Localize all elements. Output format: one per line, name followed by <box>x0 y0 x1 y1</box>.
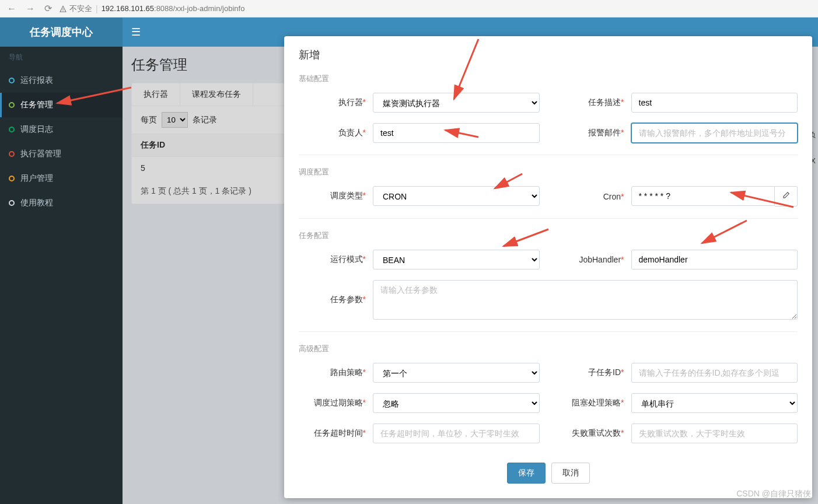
add-job-modal: 新增 基础配置 执行器* 媒资测试执行器 任务描述* 负责人* 报警邮件* <box>284 36 812 498</box>
browser-bar: ← → ⟳ 不安全 | 192.168.101.65:8088/xxl-job-… <box>0 0 818 18</box>
timeout-input[interactable] <box>373 424 540 443</box>
label-glue-type: 运行模式* <box>299 254 366 265</box>
circle-icon <box>9 78 15 83</box>
label-childjob: 子任务ID* <box>557 368 624 378</box>
route-select[interactable]: 第一个 <box>373 363 540 383</box>
sidebar-item-user[interactable]: 用户管理 <box>0 166 123 191</box>
jobhandler-input[interactable] <box>631 250 798 270</box>
modal-title: 新增 <box>299 48 798 62</box>
logo[interactable]: 任务调度中心 <box>0 18 123 47</box>
section-advanced: 高级配置 <box>299 344 798 354</box>
label-cron: Cron* <box>557 192 624 201</box>
sidebar-item-joblog[interactable]: 调度日志 <box>0 117 123 142</box>
circle-icon <box>9 151 15 157</box>
jobparam-textarea[interactable] <box>373 280 798 320</box>
menu-toggle-icon[interactable]: ☰ <box>131 26 141 38</box>
sidebar-item-help[interactable]: 使用教程 <box>0 191 123 215</box>
executor-select[interactable]: 媒资测试执行器 <box>373 93 540 113</box>
block-select[interactable]: 单机串行 <box>631 393 798 413</box>
label-alarm-email: 报警邮件* <box>557 128 624 138</box>
alarm-email-input[interactable] <box>631 123 798 143</box>
save-button[interactable]: 保存 <box>507 463 546 484</box>
edit-icon <box>782 191 790 200</box>
label-executor: 执行器* <box>299 97 366 108</box>
reload-button[interactable]: ⟳ <box>42 3 54 14</box>
label-route: 路由策略* <box>299 368 366 378</box>
section-basic: 基础配置 <box>299 74 798 84</box>
sidebar-item-executor[interactable]: 执行器管理 <box>0 142 123 166</box>
misfire-select[interactable]: 忽略 <box>373 393 540 413</box>
circle-icon <box>9 200 15 206</box>
sidebar-item-jobinfo[interactable]: 任务管理 <box>0 93 123 117</box>
label-jobdesc: 任务描述* <box>557 97 624 108</box>
label-timeout: 任务超时时间* <box>299 428 366 439</box>
circle-icon <box>9 127 15 132</box>
section-schedule: 调度配置 <box>299 167 798 177</box>
label-author: 负责人* <box>299 128 366 138</box>
label-misfire: 调度过期策略* <box>299 398 366 408</box>
label-retry: 失败重试次数* <box>557 428 624 439</box>
back-button[interactable]: ← <box>5 4 19 14</box>
glue-type-select[interactable]: BEAN <box>373 250 540 270</box>
circle-icon <box>9 176 15 181</box>
sidebar: 导航 运行报表 任务管理 调度日志 执行器管理 用户管理 使用教程 <box>0 47 123 504</box>
url-host: 192.168.101.65 <box>102 4 154 13</box>
label-schedule-type: 调度类型* <box>299 191 366 201</box>
author-input[interactable] <box>373 123 540 143</box>
circle-icon <box>9 102 15 108</box>
childjob-input[interactable] <box>631 363 798 383</box>
url-bar[interactable]: 不安全 | 192.168.101.65:8088/xxl-job-admin/… <box>59 4 813 14</box>
schedule-type-select[interactable]: CRON <box>373 186 540 206</box>
retry-input[interactable] <box>631 424 798 443</box>
forward-button[interactable]: → <box>23 4 37 14</box>
jobdesc-input[interactable] <box>631 93 798 113</box>
nav-header: 导航 <box>0 47 123 68</box>
section-task: 任务配置 <box>299 230 798 241</box>
cron-input[interactable] <box>631 186 775 206</box>
watermark: CSDN @自律只猪侠 <box>736 489 811 499</box>
label-jobhandler: JobHandler* <box>557 255 624 264</box>
insecure-badge: 不安全 <box>59 4 92 14</box>
label-jobparam: 任务参数* <box>299 295 366 305</box>
sidebar-item-report[interactable]: 运行报表 <box>0 68 123 93</box>
label-block: 阻塞处理策略* <box>557 398 624 408</box>
cancel-button[interactable]: 取消 <box>551 463 590 484</box>
cron-edit-button[interactable] <box>775 186 798 206</box>
